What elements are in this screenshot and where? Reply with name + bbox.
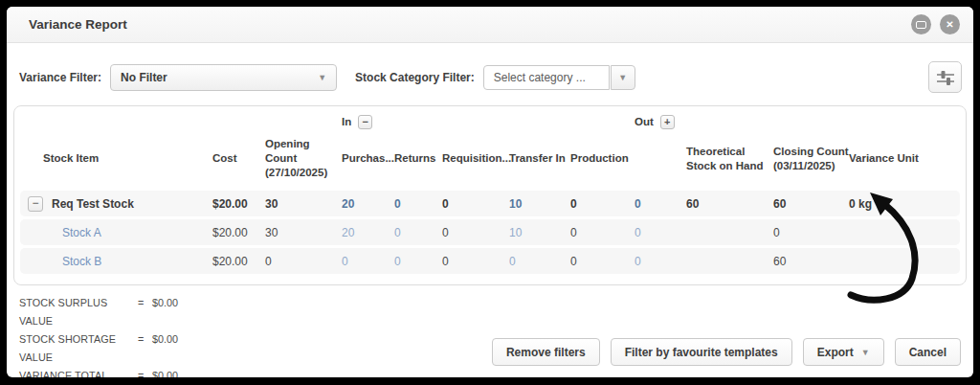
col-production: Production [570, 151, 635, 166]
returns-cell[interactable]: 0 [394, 255, 442, 268]
closing-count-cell: 60 [773, 197, 849, 211]
export-label: Export [817, 346, 854, 359]
variance-filter-value: No Filter [121, 71, 167, 84]
opening-count-cell: 30 [265, 226, 342, 239]
table-row-req-test-stock: − Req Test Stock $20.00 30 20 0 0 10 0 0… [20, 191, 960, 216]
stock-shortage-value: $0.00 [152, 330, 178, 367]
group-out-label: Out [635, 116, 654, 127]
remove-filters-button[interactable]: Remove filters [492, 338, 600, 366]
sliders-icon [937, 70, 954, 85]
chevron-down-icon: ▼ [618, 73, 627, 82]
dialog-titlebar: Variance Report ✕ [7, 7, 973, 43]
transfer-in-cell[interactable]: 0 [509, 255, 570, 268]
variance-total-label: VARIANCE TOTAL [19, 367, 138, 377]
production-cell: 0 [570, 197, 635, 211]
transfer-in-cell[interactable]: 10 [509, 226, 570, 239]
col-closing-line1: Closing Count [773, 145, 849, 159]
cost-cell: $20.00 [212, 226, 265, 239]
stock-item-link[interactable]: Stock B [28, 255, 101, 268]
transfer-in-cell[interactable]: 10 [509, 197, 570, 211]
col-purchases: Purchas... [342, 151, 394, 166]
equals-sign: = [138, 330, 152, 367]
stock-item-link[interactable]: Stock A [28, 226, 101, 239]
table-header-row: Stock Item Cost Opening Count (27/10/202… [18, 131, 962, 191]
col-requisition: Requisition... [442, 151, 509, 166]
out-cell[interactable]: 0 [635, 197, 686, 211]
closing-count-cell: 0 [773, 226, 849, 239]
variance-table: In − Out + Stock Item Cost Opening Count… [13, 105, 967, 285]
stock-surplus-line: STOCK SURPLUS VALUE = $0.00 [19, 294, 961, 330]
window-controls: ✕ [911, 14, 960, 34]
production-cell: 0 [570, 255, 635, 268]
returns-cell[interactable]: 0 [394, 226, 442, 239]
column-settings-button[interactable] [928, 61, 962, 93]
group-out: Out + [635, 115, 773, 129]
minimize-icon [916, 21, 926, 29]
dialog-title: Variance Report [29, 17, 127, 32]
out-cell[interactable]: 0 [635, 255, 686, 268]
close-button[interactable]: ✕ [940, 14, 960, 34]
production-cell: 0 [570, 226, 635, 239]
requisition-cell: 0 [442, 255, 509, 268]
col-cost: Cost [212, 151, 265, 166]
stock-item-cell: Stock A [28, 226, 212, 239]
export-button[interactable]: Export ▼ [803, 338, 884, 366]
col-stock-item: Stock Item [28, 151, 212, 166]
variance-report-dialog: Variance Report ✕ Variance Filter: No Fi… [7, 7, 973, 377]
col-theoretical: Theoretical Stock on Hand [686, 145, 773, 173]
col-closing-line2: (03/11/2025) [773, 159, 849, 173]
col-variance-unit: Variance Unit [849, 151, 952, 166]
stock-category-combobox: Select category ... ▼ [483, 65, 635, 90]
group-in-label: In [342, 116, 351, 127]
close-icon: ✕ [946, 20, 953, 30]
col-opening-count: Opening Count (27/10/2025) [265, 137, 342, 180]
cancel-button[interactable]: Cancel [895, 338, 961, 366]
filter-bar: Variance Filter: No Filter ▼ Stock Categ… [7, 43, 973, 105]
variance-total-value: $0.00 [152, 367, 178, 377]
opening-count-cell: 0 [265, 255, 342, 268]
col-opening-line1: Opening Count [265, 137, 342, 166]
cost-cell: $20.00 [212, 197, 265, 211]
stock-shortage-label: STOCK SHORTAGE VALUE [19, 330, 138, 367]
stock-surplus-value: $0.00 [152, 294, 178, 330]
table-row-stock-b: Stock B $20.00 0 0 0 0 0 0 0 60 [20, 248, 960, 274]
stock-category-placeholder: Select category ... [494, 71, 586, 84]
out-cell[interactable]: 0 [635, 226, 686, 239]
purchases-cell[interactable]: 20 [342, 226, 394, 239]
purchases-cell[interactable]: 20 [342, 197, 394, 211]
col-returns: Returns [394, 151, 442, 166]
requisition-cell: 0 [442, 226, 509, 239]
equals-sign: = [138, 367, 152, 377]
chevron-down-icon: ▼ [861, 348, 870, 357]
footer-actions: Remove filters Filter by favourite templ… [492, 338, 961, 366]
col-transfer-in: Transfer In [509, 151, 570, 166]
stock-item-cell: − Req Test Stock [28, 196, 212, 212]
chevron-down-icon: ▼ [318, 73, 326, 82]
variance-unit-cell: 0 kg [849, 197, 952, 211]
minimize-window-button[interactable] [911, 14, 931, 34]
stock-category-filter-label: Stock Category Filter: [355, 71, 475, 84]
collapse-in-group-button[interactable]: − [358, 115, 372, 129]
theoretical-cell: 60 [686, 197, 773, 211]
filter-by-favourite-templates-button[interactable]: Filter by favourite templates [611, 338, 792, 366]
col-theoretical-line1: Theoretical [686, 145, 773, 159]
col-theoretical-line2: Stock on Hand [686, 159, 773, 173]
requisition-cell: 0 [442, 197, 509, 211]
group-in: In − [342, 115, 635, 129]
stock-item-name: Req Test Stock [52, 197, 134, 211]
column-group-row: In − Out + [18, 112, 962, 131]
returns-cell[interactable]: 0 [394, 197, 442, 211]
table-row-stock-a: Stock A $20.00 30 20 0 0 10 0 0 0 [20, 219, 960, 245]
collapse-row-button[interactable]: − [28, 196, 43, 212]
purchases-cell[interactable]: 0 [342, 255, 394, 268]
variance-total-line: VARIANCE TOTAL = $0.00 [19, 367, 961, 377]
stock-surplus-label: STOCK SURPLUS VALUE [19, 294, 138, 330]
col-closing-count: Closing Count (03/11/2025) [773, 145, 849, 173]
opening-count-cell: 30 [265, 197, 342, 211]
stock-category-dropdown-button[interactable]: ▼ [611, 65, 635, 90]
expand-out-group-button[interactable]: + [660, 115, 675, 129]
variance-filter-dropdown[interactable]: No Filter ▼ [110, 64, 337, 91]
stock-category-input[interactable]: Select category ... [483, 65, 610, 90]
equals-sign: = [138, 294, 152, 330]
col-opening-line2: (27/10/2025) [265, 166, 342, 180]
